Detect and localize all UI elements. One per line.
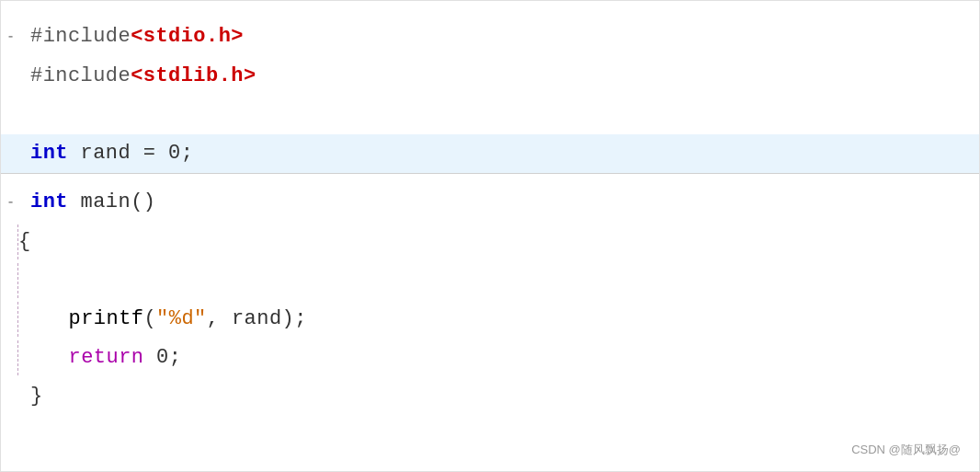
line-content-8 (17, 263, 979, 298)
open-brace: { (18, 230, 31, 253)
format-string: "%d" (156, 307, 207, 330)
code-line-4: int rand = 0; (1, 134, 979, 174)
code-line-11: } (1, 377, 979, 416)
code-line-8 (1, 261, 979, 300)
line-content-6: int main() (17, 185, 979, 220)
keyword-int-2: int (30, 190, 68, 213)
paren-open: ( (143, 307, 156, 330)
code-line-5 (1, 174, 979, 183)
printf-func: printf (69, 307, 144, 330)
fold-icon-6[interactable]: ⁃ (7, 186, 14, 221)
gutter-1: ⁃ (1, 20, 17, 55)
indent-spaces-9 (18, 307, 69, 330)
return-value: 0; (143, 346, 181, 369)
code-line-6: ⁃ int main() (1, 183, 979, 223)
printf-args: , rand); (207, 307, 307, 330)
rand-decl: rand = 0; (68, 142, 193, 165)
include-2: <stdlib.h> (131, 64, 256, 87)
code-line-3 (1, 96, 979, 134)
line-content-11: } (17, 379, 979, 414)
line-content-4: int rand = 0; (17, 136, 979, 171)
main-decl: main() (68, 190, 156, 213)
code-line-1: ⁃ #include<stdio.h> (1, 17, 979, 57)
code-line-7: { (1, 223, 979, 261)
code-editor: ⁃ #include<stdio.h> #include<stdlib.h> i… (0, 0, 980, 472)
line-content-7: { (17, 224, 979, 259)
fold-icon-1[interactable]: ⁃ (7, 20, 14, 55)
line-content-2: #include<stdlib.h> (17, 59, 979, 94)
gutter-6: ⁃ (1, 186, 17, 221)
line-content-1: #include<stdio.h> (17, 19, 979, 54)
line-content-10: return 0; (17, 340, 979, 375)
keyword-int-1: int (30, 142, 68, 165)
code-line-9: printf("%d", rand); (1, 300, 979, 339)
line-content-3 (17, 98, 979, 132)
close-brace: } (30, 385, 43, 408)
include-1: <stdio.h> (131, 25, 244, 48)
watermark: CSDN @随风飘扬@ (851, 442, 961, 458)
return-keyword: return (69, 346, 144, 369)
preprocessor-2: #include (30, 64, 131, 87)
preprocessor-1: #include (30, 25, 131, 48)
code-line-10: return 0; (1, 339, 979, 377)
line-content-9: printf("%d", rand); (17, 302, 979, 337)
indent-spaces-10 (18, 346, 69, 369)
code-line-2: #include<stdlib.h> (1, 57, 979, 96)
